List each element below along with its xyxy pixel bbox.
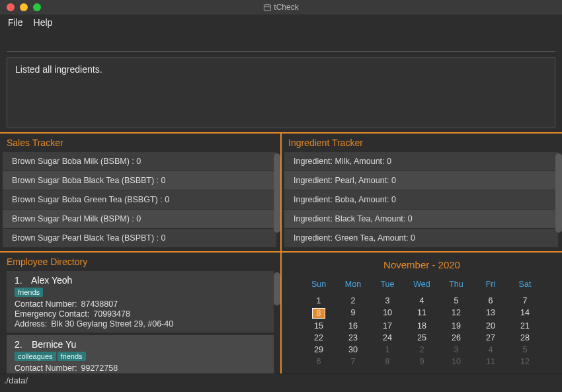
calendar-day[interactable]: 23 bbox=[336, 333, 370, 343]
sales-scrollbar[interactable] bbox=[274, 153, 280, 250]
calendar-day[interactable]: 22 bbox=[301, 333, 336, 343]
tag: friends bbox=[58, 352, 86, 361]
menu-file[interactable]: File bbox=[8, 17, 23, 28]
ingredient-row[interactable]: Ingredient: Green Tea, Amount: 0 bbox=[284, 229, 558, 248]
calendar-day[interactable]: 3 bbox=[370, 295, 405, 306]
employee-card[interactable]: 2. Bernice YucolleaguesfriendsContact Nu… bbox=[7, 335, 274, 373]
calendar-dow: Sun bbox=[301, 276, 336, 294]
zoom-window-button[interactable] bbox=[33, 3, 41, 11]
calendar-day[interactable]: 2 bbox=[336, 295, 370, 306]
ingredient-row[interactable]: Ingredient: Pearl, Amount: 0 bbox=[284, 171, 558, 190]
command-input-wrapper bbox=[0, 30, 562, 56]
tag: colleagues bbox=[15, 352, 56, 361]
calendar-dow: Wed bbox=[405, 276, 439, 294]
calendar-day[interactable]: 27 bbox=[473, 333, 508, 343]
calendar-panel: November - 2020 SunMonTueWedThuFriSat123… bbox=[282, 253, 562, 373]
sales-tracker-panel: Sales Tracker Brown Sugar Boba Milk (BSB… bbox=[0, 134, 280, 251]
window-title: tCheck bbox=[263, 3, 298, 12]
tag: friends bbox=[15, 288, 43, 297]
calendar-day[interactable]: 1 bbox=[301, 295, 336, 306]
output-panel: Listed all ingredients. bbox=[7, 57, 555, 128]
calendar-day[interactable]: 29 bbox=[301, 344, 336, 355]
ingredient-tracker-panel: Ingredient Tracker Ingredient: Milk, Amo… bbox=[282, 134, 562, 251]
employee-directory-panel: Employee Directory 1. Alex YeohfriendsCo… bbox=[0, 253, 280, 373]
sales-row[interactable]: Brown Sugar Boba Green Tea (BSBGT) : 0 bbox=[3, 190, 276, 210]
calendar-day[interactable]: 30 bbox=[336, 344, 370, 355]
calendar-day[interactable]: 20 bbox=[473, 321, 508, 331]
app-icon bbox=[263, 3, 271, 11]
employee-name: 2. Bernice Yu bbox=[15, 339, 267, 350]
sales-row[interactable]: Brown Sugar Boba Milk (BSBM) : 0 bbox=[3, 152, 276, 171]
calendar-day[interactable]: 6 bbox=[473, 295, 508, 306]
sales-tracker-title: Sales Tracker bbox=[0, 134, 280, 152]
calendar-day[interactable]: 19 bbox=[439, 321, 473, 331]
ingredient-row[interactable]: Ingredient: Black Tea, Amount: 0 bbox=[284, 210, 558, 229]
calendar-day[interactable]: 5 bbox=[439, 295, 473, 306]
calendar-day[interactable]: 4 bbox=[473, 344, 508, 355]
calendar-day[interactable]: 16 bbox=[336, 321, 370, 331]
calendar-day[interactable]: 11 bbox=[473, 356, 508, 367]
calendar-day[interactable]: 5 bbox=[508, 344, 542, 355]
employee-card[interactable]: 1. Alex YeohfriendsContact Number:874388… bbox=[7, 271, 274, 333]
calendar-day[interactable]: 4 bbox=[405, 295, 439, 306]
ingredient-row[interactable]: Ingredient: Boba, Amount: 0 bbox=[284, 190, 558, 210]
window-title-text: tCheck bbox=[274, 3, 298, 12]
calendar-title: November - 2020 bbox=[301, 253, 542, 276]
calendar-day[interactable]: 9 bbox=[405, 356, 439, 367]
calendar-day[interactable]: 10 bbox=[439, 356, 473, 367]
calendar-day[interactable]: 17 bbox=[370, 321, 405, 331]
employee-list: 1. Alex YeohfriendsContact Number:874388… bbox=[0, 271, 280, 373]
sales-tracker-body: Brown Sugar Boba Milk (BSBM) : 0Brown Su… bbox=[0, 152, 280, 251]
sales-row[interactable]: Brown Sugar Boba Black Tea (BSBBT) : 0 bbox=[3, 171, 276, 190]
calendar-day[interactable]: 26 bbox=[439, 333, 473, 343]
calendar-day[interactable]: 13 bbox=[473, 307, 508, 319]
employee-address: Address:Blk 30 Geylang Street 29, #06-40 bbox=[15, 319, 267, 329]
calendar-day[interactable]: 14 bbox=[508, 307, 542, 319]
close-window-button[interactable] bbox=[7, 3, 15, 11]
calendar-day[interactable]: 25 bbox=[405, 333, 439, 343]
ingredient-scroll-thumb[interactable] bbox=[555, 153, 562, 233]
calendar-day[interactable]: 12 bbox=[439, 307, 473, 319]
ingredient-list: Ingredient: Milk, Amount: 0Ingredient: P… bbox=[284, 152, 558, 248]
calendar-day[interactable]: 8 bbox=[301, 307, 336, 319]
minimize-window-button[interactable] bbox=[20, 3, 28, 11]
calendar-day[interactable]: 21 bbox=[508, 321, 542, 331]
employee-name: 1. Alex Yeoh bbox=[15, 275, 267, 286]
calendar-day[interactable]: 8 bbox=[370, 356, 405, 367]
calendar-day[interactable]: 9 bbox=[336, 307, 370, 319]
employee-directory-title: Employee Directory bbox=[0, 253, 280, 271]
sales-list: Brown Sugar Boba Milk (BSBM) : 0Brown Su… bbox=[3, 152, 276, 248]
calendar-dow: Thu bbox=[439, 276, 473, 294]
calendar-day[interactable]: 3 bbox=[439, 344, 473, 355]
calendar-day[interactable]: 12 bbox=[508, 356, 542, 367]
employee-scrollbar[interactable] bbox=[274, 272, 280, 372]
calendar-day[interactable]: 28 bbox=[508, 333, 542, 343]
menu-help[interactable]: Help bbox=[34, 17, 53, 28]
sales-row[interactable]: Brown Sugar Pearl Black Tea (BSPBT) : 0 bbox=[3, 229, 276, 248]
calendar-day[interactable]: 18 bbox=[405, 321, 439, 331]
sales-scroll-thumb[interactable] bbox=[274, 153, 280, 233]
employee-scroll-thumb[interactable] bbox=[274, 272, 280, 305]
calendar-grid: SunMonTueWedThuFriSat1234567891011121314… bbox=[301, 276, 542, 367]
employee-emergency: Emergency Contact:70993478 bbox=[15, 309, 267, 319]
sales-row[interactable]: Brown Sugar Pearl Milk (BSPM) : 0 bbox=[3, 210, 276, 229]
calendar-day[interactable]: 11 bbox=[405, 307, 439, 319]
calendar-dow: Mon bbox=[336, 276, 370, 294]
calendar-day[interactable]: 2 bbox=[405, 344, 439, 355]
employee-contact: Contact Number:87438807 bbox=[15, 299, 267, 309]
calendar-day[interactable]: 15 bbox=[301, 321, 336, 331]
calendar-day[interactable]: 7 bbox=[336, 356, 370, 367]
ingredient-tracker-body: Ingredient: Milk, Amount: 0Ingredient: P… bbox=[282, 152, 562, 251]
statusbar-path: ./data/ bbox=[4, 375, 28, 385]
calendar-dow: Sat bbox=[508, 276, 542, 294]
menubar: File Help bbox=[0, 15, 562, 30]
calendar-day[interactable]: 6 bbox=[301, 356, 336, 367]
calendar-day[interactable]: 7 bbox=[508, 295, 542, 306]
calendar-day[interactable]: 10 bbox=[370, 307, 405, 319]
calendar-day[interactable]: 1 bbox=[370, 344, 405, 355]
employee-directory-body: 1. Alex YeohfriendsContact Number:874388… bbox=[0, 271, 280, 373]
calendar-day[interactable]: 24 bbox=[370, 333, 405, 343]
ingredient-scrollbar[interactable] bbox=[555, 153, 562, 250]
ingredient-row[interactable]: Ingredient: Milk, Amount: 0 bbox=[284, 152, 558, 171]
command-input[interactable] bbox=[7, 33, 555, 52]
